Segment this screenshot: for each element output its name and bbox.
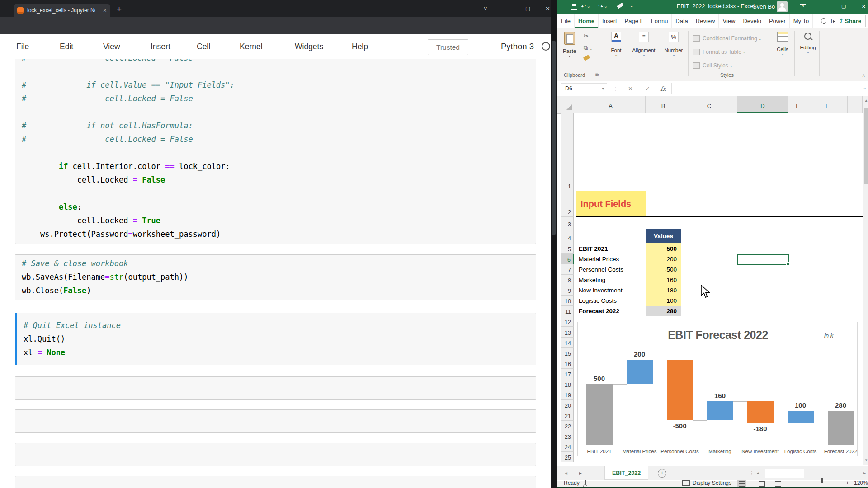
row-header-8[interactable]: 8 — [561, 275, 574, 285]
row-header-15[interactable]: 15 — [561, 348, 574, 358]
expand-formula-bar-icon[interactable]: ⌄ — [863, 85, 867, 90]
insert-function-icon[interactable]: fx — [660, 85, 666, 92]
row-header-23[interactable]: 23 — [561, 431, 574, 441]
selected-cell-d6[interactable] — [737, 254, 789, 265]
waterfall-bar-new-investment[interactable] — [747, 401, 774, 423]
empty-code-cell[interactable] — [15, 376, 536, 400]
ribbon-tab-view[interactable]: View — [719, 14, 739, 28]
zoom-slider-thumb[interactable] — [821, 478, 823, 483]
trusted-badge[interactable]: Trusted — [428, 39, 468, 55]
row-header-12[interactable]: 12 — [561, 316, 574, 327]
row-header-13[interactable]: 13 — [561, 327, 574, 338]
collapse-ribbon-icon[interactable]: ˄ — [862, 73, 865, 78]
share-button[interactable]: ⤴Share — [835, 15, 866, 27]
ribbon-tab-my-to[interactable]: My To — [790, 14, 813, 28]
format-painter-icon[interactable] — [583, 55, 590, 61]
code-cell[interactable]: # Save & close workbookwb.SaveAs(Filenam… — [15, 254, 536, 300]
column-header-partial[interactable] — [848, 96, 863, 113]
row-header-1[interactable]: 1 — [561, 113, 574, 191]
menu-file[interactable]: File — [16, 42, 29, 52]
normal-view-button[interactable] — [737, 480, 746, 488]
row-header-20[interactable]: 20 — [561, 400, 574, 410]
sheet-next-icon[interactable]: ▸ — [579, 470, 582, 476]
zoom-in-button[interactable]: + — [846, 480, 849, 486]
menu-kernel[interactable]: Kernel — [240, 42, 263, 52]
row-header-18[interactable]: 18 — [561, 379, 574, 389]
vscroll-thumb[interactable] — [864, 108, 868, 184]
scroll-up-icon[interactable]: ▲ — [864, 99, 868, 103]
select-all-corner[interactable] — [561, 96, 574, 113]
font-menu-button[interactable]: A Font ⌄ — [606, 32, 626, 57]
name-box[interactable]: D6▾ — [561, 83, 607, 94]
vertical-scrollbar[interactable]: ▲ ▼ — [863, 96, 868, 465]
zoom-slider[interactable] — [796, 480, 844, 480]
scroll-down-icon[interactable]: ▼ — [864, 458, 868, 462]
waterfall-bar-material-prices[interactable] — [627, 360, 653, 384]
code-cell[interactable]: # cell.Locked = False # if cell.Value ==… — [15, 49, 536, 244]
ribbon-tab-data[interactable]: Data — [672, 14, 692, 28]
browser-maximize-button[interactable]: ▢ — [525, 0, 530, 17]
menu-help[interactable]: Help — [352, 42, 368, 52]
browser-minimize-button[interactable]: — — [505, 0, 510, 17]
hscroll-thumb[interactable] — [765, 469, 804, 478]
browser-tab[interactable]: lock_excel_cells - Jupyter Notebo × — [14, 4, 110, 17]
user-avatar[interactable] — [777, 1, 788, 12]
save-icon[interactable] — [571, 4, 577, 10]
table-row-value[interactable]: 200 — [646, 254, 681, 264]
row-header-19[interactable]: 19 — [561, 389, 574, 400]
ribbon-tab-home[interactable]: Home — [575, 14, 599, 28]
waterfall-bar-logistic-costs[interactable] — [788, 411, 814, 423]
format-as-table-button[interactable]: Format as Table ⌄ — [693, 49, 746, 55]
sheet-tab-active[interactable]: EBIT_2022 — [604, 466, 648, 480]
excel-maximize-button[interactable]: ▢ — [841, 3, 846, 9]
row-header-14[interactable]: 14 — [561, 338, 574, 348]
new-tab-button[interactable]: + — [117, 5, 122, 14]
macro-record-icon[interactable] — [585, 481, 586, 487]
cancel-icon[interactable]: ✕ — [628, 85, 633, 92]
column-header-B[interactable]: B — [646, 96, 681, 113]
row-header-22[interactable]: 22 — [561, 421, 574, 431]
excel-close-button[interactable]: ✕ — [861, 3, 866, 10]
ribbon-tab-develo[interactable]: Develo — [739, 14, 765, 28]
row-header-10[interactable]: 10 — [561, 296, 574, 306]
scrollbar-thumb[interactable] — [552, 41, 556, 235]
excel-minimize-button[interactable]: — — [820, 3, 826, 10]
waterfall-bar-forecast-2022[interactable] — [828, 411, 854, 445]
ribbon-tab-insert[interactable]: Insert — [599, 14, 621, 28]
table-row-value[interactable]: 500 — [646, 243, 681, 254]
ribbon-tab-page-l[interactable]: Page L — [621, 14, 647, 28]
waterfall-bar-marketing[interactable] — [707, 401, 733, 421]
ribbon-tab-formu[interactable]: Formu — [647, 14, 672, 28]
notebook-scrollbar[interactable] — [551, 0, 557, 488]
table-row-value[interactable]: 280 — [646, 306, 681, 316]
number-menu-button[interactable]: % Number ⌄ — [662, 32, 685, 57]
clipboard-dialog-launcher[interactable]: ⧉ — [595, 72, 599, 78]
row-header-5[interactable]: 5 — [561, 243, 574, 254]
row-header-7[interactable]: 7 — [561, 264, 574, 275]
empty-code-cell[interactable] — [15, 443, 536, 466]
row-header-24[interactable]: 24 — [561, 441, 574, 452]
hscroll-left-icon[interactable]: ◂ — [757, 470, 759, 475]
menu-edit[interactable]: Edit — [60, 42, 73, 52]
table-row-value[interactable]: 100 — [646, 296, 681, 306]
waterfall-bar-ebit-2021[interactable] — [586, 384, 613, 445]
enter-check-icon[interactable]: ✓ — [645, 85, 650, 92]
empty-code-cell[interactable] — [15, 476, 536, 488]
waterfall-bar-personnel-costs[interactable] — [667, 360, 693, 420]
row-header-25[interactable]: 25 — [561, 452, 574, 462]
tab-search-chevron-icon[interactable]: ˅ — [484, 0, 487, 17]
menu-view[interactable]: View — [103, 42, 120, 52]
table-row-value[interactable]: -180 — [646, 285, 681, 296]
zoom-out-button[interactable]: − — [789, 480, 792, 486]
hscroll-right-icon[interactable]: ▸ — [863, 470, 866, 475]
row-header-3[interactable]: 3 — [561, 217, 574, 229]
table-row-value[interactable]: 160 — [646, 275, 681, 285]
horizontal-scrollbar[interactable]: ◂ ▸ — [755, 469, 868, 478]
page-break-view-button[interactable] — [774, 480, 783, 488]
tab-close-icon[interactable]: × — [103, 7, 107, 14]
row-header-17[interactable]: 17 — [561, 369, 574, 379]
column-header-D[interactable]: D — [737, 96, 788, 113]
add-sheet-icon[interactable]: + — [658, 469, 666, 478]
display-settings-button[interactable]: Display Settings — [682, 480, 731, 486]
empty-code-cell[interactable] — [15, 409, 536, 433]
